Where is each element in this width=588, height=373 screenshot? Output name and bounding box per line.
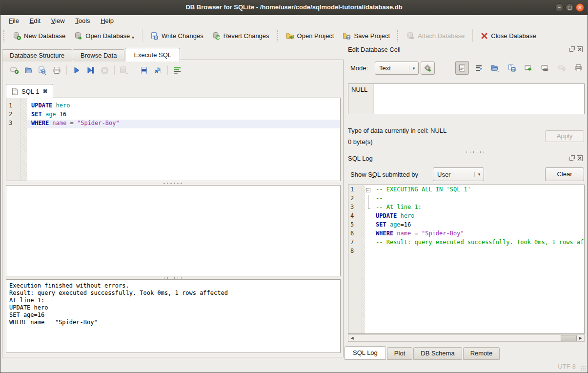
save-project-icon [343,32,351,40]
mode-label: Mode: [350,64,368,72]
chevron-down-icon: ▾ [409,66,418,71]
link-icon [541,64,549,71]
toolbar-drag-handle[interactable] [277,30,279,41]
close-button[interactable]: ✕ [576,3,584,12]
toolbar-drag-handle[interactable] [397,30,400,41]
copy-link-button[interactable] [538,61,552,75]
log-horizontal-scrollbar[interactable]: ◀ ▶ [348,334,585,342]
dock-float-icon[interactable] [569,46,575,52]
splitter-handle[interactable] [465,151,486,153]
set-null-button[interactable] [555,61,568,75]
tab-remote[interactable]: Remote [463,347,500,360]
cell-size-text: 0 byte(s) [348,138,373,145]
output-line: SET age=16 [9,311,337,319]
maximize-button[interactable]: ▢ [566,3,574,12]
format-sql-button[interactable]: ba [151,64,165,76]
editor-fold-margin [21,98,27,181]
log-line [372,248,584,256]
log-filter-select[interactable]: User ▾ [433,167,484,181]
clear-log-button[interactable]: Clear [545,167,584,181]
close-sql-tab-icon[interactable]: ✖ [42,88,47,95]
sql-editor[interactable]: 1 2 3 UPDATE hero SET age=16 WHERE name … [6,98,341,181]
sql-toolbar: ba [7,64,184,77]
write-changes-button[interactable]: Write Changes [146,30,208,42]
splitter-handle[interactable] [162,182,183,185]
app-window: DB Browser for SQLite - /home/user/code/… [0,0,588,373]
find-in-sql-button[interactable] [137,64,151,76]
tab-db-schema[interactable]: DB Schema [413,347,462,360]
stop-execution-button[interactable] [98,64,112,76]
output-line: UPDATE hero [9,304,337,311]
tab-plot[interactable]: Plot [387,347,412,360]
editor-line-numbers: 1 2 3 [6,98,21,181]
apply-button[interactable]: Apply [545,130,584,142]
set-null-icon [558,65,566,71]
tab-browse-data[interactable]: Browse Data [73,49,124,62]
tab-execute-sql[interactable]: Execute SQL [125,48,180,62]
resize-grip[interactable] [580,365,586,371]
sql-file-tab[interactable]: SQL 1 ✖ [6,84,53,98]
log-line-numbers: 12 34 56 78 [348,185,362,333]
close-database-button[interactable]: Close Database [476,30,541,41]
fold-collapse-icon[interactable] [366,188,370,192]
new-sql-tab-button[interactable] [7,64,21,76]
editor-text-area[interactable]: UPDATE hero SET age=16 WHERE name = "Spi… [27,98,340,181]
window-title: DB Browser for SQLite - /home/user/code/… [0,3,588,11]
dock-tabbar: SQL Log Plot DB Schema Remote [345,346,501,360]
export-cell-data-button[interactable] [505,61,519,75]
attach-database-icon [406,32,415,40]
execute-line-button[interactable] [83,64,98,76]
cell-value: NULL [351,86,367,93]
scroll-left-icon[interactable]: ◀ [348,335,356,341]
cell-word-wrap-button[interactable] [472,61,486,75]
print-sql-button[interactable] [50,64,64,76]
menu-tools[interactable]: Tools [71,16,94,26]
results-grid[interactable] [6,185,341,276]
execute-all-button[interactable] [69,64,83,76]
scrollbar-thumb[interactable] [561,335,577,341]
open-database-caret-icon[interactable]: ▾ [132,35,134,40]
toolbar-drag-handle[interactable] [3,30,6,41]
dock-close-icon[interactable] [577,155,583,161]
dock-close-icon[interactable] [577,46,583,52]
open-project-button[interactable]: Open Project [282,30,339,42]
execution-output[interactable]: Execution finished without errors. Resul… [6,279,341,353]
open-database-button[interactable]: Open Database ▾ [70,30,139,42]
save-project-button[interactable]: Save Project [338,30,394,42]
attach-database-button[interactable]: Attach Database [402,30,469,42]
print-cell-button[interactable] [571,61,585,75]
tab-sql-log[interactable]: SQL Log [345,346,386,360]
open-file-icon [491,64,500,72]
menu-help[interactable]: Help [96,16,118,26]
auto-mode-button[interactable] [421,62,435,75]
text-document-icon [459,64,466,72]
text-mode-button[interactable] [455,61,469,75]
menu-file[interactable]: File [4,16,23,26]
save-sql-file-button[interactable] [36,64,50,76]
sql-log-view[interactable]: 12 34 56 78 -- EXECUTING ALL IN 'SQL 1' … [348,185,585,334]
save-file-icon [508,64,516,72]
scroll-right-icon[interactable]: ▶ [577,335,584,341]
scrollbar-track[interactable] [356,335,577,341]
log-line: -- EXECUTING ALL IN 'SQL 1' [372,186,584,195]
cell-toolbar [455,61,585,75]
tab-database-structure[interactable]: Database Structure [2,49,72,62]
cell-value-editor[interactable]: NULL [348,83,585,114]
open-sql-file-button[interactable] [21,64,36,76]
output-line: Execution finished without errors. [9,282,337,290]
dock-float-icon[interactable] [569,155,575,161]
open-in-external-button[interactable] [522,61,535,75]
save-results-button[interactable] [117,64,131,76]
mode-select[interactable]: Text ▾ [375,62,419,75]
log-filter-label: Show SQL submitted by [350,171,418,178]
import-cell-data-button[interactable] [488,61,502,75]
menu-edit[interactable]: Edit [25,16,45,26]
minimize-button[interactable]: − [555,3,564,12]
log-line: -- Result: query executed successfully. … [372,239,584,248]
word-wrap-button[interactable] [170,64,184,76]
revert-changes-button[interactable]: Revert Changes [208,30,274,42]
log-line: SET age=16 [372,221,584,230]
new-database-button[interactable]: New Database [8,30,70,42]
menu-view[interactable]: View [47,16,69,26]
titlebar[interactable]: DB Browser for SQLite - /home/user/code/… [0,0,588,15]
